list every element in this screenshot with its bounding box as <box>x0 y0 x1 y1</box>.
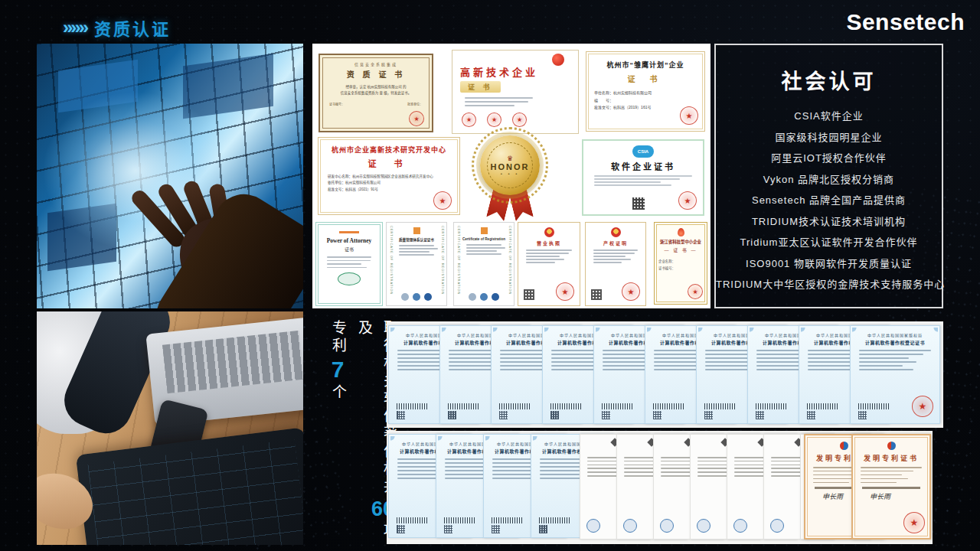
red-seal: ★ <box>462 112 476 127</box>
innovation-patents-group: INNOVA INNOVA INNOVA INNOVA INNO <box>580 434 837 540</box>
certificate-title: 高新技术企业 <box>460 64 570 79</box>
body-line: 经审查，认定 杭州实想科技有限公司 的 <box>346 85 407 89</box>
blue-stamp <box>586 519 600 533</box>
national-emblem-icon <box>544 227 554 237</box>
rnd-center-certificate: 杭州市企业高新技术研究开发中心 证 书 研发中心名称：杭州市实想科技智慧园区企业… <box>318 137 460 215</box>
invention-patent-certificate: 发明专利证书 申长雨 ★ <box>851 434 931 540</box>
side-text: CERTIFICATE OF REGISTRATION <box>388 226 394 302</box>
qr-code <box>524 289 534 300</box>
certificate-title: 杭州市企业高新技术研究开发中心 <box>328 145 450 155</box>
side-text: CERTIFICATE OF REGISTRATION <box>439 226 445 302</box>
high-tech-enterprise-certificate: 高新技术企业 证 书 ★ ★ ★ <box>452 50 579 134</box>
text-lines <box>523 249 575 263</box>
slide-background: »»» 资质认证 Sensetech <box>0 0 980 551</box>
body-line: 研发中心名称：杭州市实想科技智慧园区企业高新技术研究开发中心 <box>328 174 450 180</box>
green-stamp <box>338 272 361 285</box>
brand-logo: Sensetech <box>846 9 965 35</box>
recognition-item: CSIA软件企业 <box>716 106 942 127</box>
text-lines <box>460 244 508 255</box>
zhejiang-sme-certificate: 浙江省科技型中小企业 — 证 书 — 企业名称： 证书编号： ★ <box>654 222 707 305</box>
qr-code <box>858 411 867 419</box>
red-star-seal: ★ <box>680 106 698 125</box>
red-seal: ★ <box>487 112 501 127</box>
qr-code <box>602 411 610 419</box>
certificate-title: 浙江省科技型中小企业 <box>658 239 703 245</box>
barcode <box>602 403 634 409</box>
barcode <box>858 403 890 409</box>
qr-code <box>704 411 713 419</box>
barcode <box>550 403 583 409</box>
qr-code <box>632 197 645 210</box>
barcode <box>397 403 429 409</box>
body-line: 编 号： <box>594 97 697 105</box>
business-license: 营业执照 ★ <box>518 222 580 306</box>
certificates-panel: 信息安全系统集成 资 质 证 书 经审查，认定 杭州实想科技有限公司 的 信息安… <box>312 44 710 308</box>
crest-icon <box>413 227 420 234</box>
accreditation-logos <box>387 293 446 301</box>
certificate-title: Power of Attorney <box>322 237 376 244</box>
red-seal: ★ <box>556 282 574 301</box>
flame-logo-icon <box>678 228 684 236</box>
red-star-seal: ★ <box>688 284 703 299</box>
red-seal: ★ <box>409 111 424 126</box>
copyright-certificates-group: 中华人民共和国国家版权局 计算机软件著作权登记证书 ★ 中华人民共和国国家版权局… <box>388 434 578 538</box>
certificate-title: 资 质 证 书 <box>326 68 426 80</box>
patent-count: 7 <box>332 358 345 381</box>
crest-icon <box>481 227 488 234</box>
qr-code <box>807 411 815 419</box>
qr-code <box>550 411 559 419</box>
tablet-blueprint <box>87 439 303 545</box>
invention-patents-group: 发明专利证书 申长雨 ★ 发明专利证书 申长雨 ★ <box>804 434 931 540</box>
side-text: CERTIFICATE OF REGISTRATION <box>507 226 512 302</box>
text-lines <box>856 350 934 370</box>
certificate-subtitle: — 证 书 — <box>658 246 703 253</box>
qr-code <box>653 411 662 419</box>
barcode <box>397 517 429 523</box>
accreditation-logos <box>454 293 514 301</box>
blue-stamp <box>660 519 674 533</box>
software-copyright-certificate: 中华人民共和国国家版权局 计算机软件著作权登记证书 ★ <box>850 325 940 424</box>
vertical-caption-left: 专利7个 <box>331 320 345 548</box>
recognition-item: 阿里云IOT授权合作伙伴 <box>716 148 942 169</box>
crown-icon: ♛ <box>507 155 513 162</box>
page-title: »»» 资质认证 <box>63 15 171 40</box>
text-lines <box>322 256 376 268</box>
certificate-title: 营业执照 <box>523 240 575 246</box>
barcode <box>704 403 737 409</box>
certificate-body: 研发中心名称：杭州市实想科技智慧园区企业高新技术研究开发中心 依托单位：杭州实想… <box>328 174 450 193</box>
barcode <box>756 403 788 409</box>
medal-circle: ♛ HONOR • • • <box>480 135 540 195</box>
side-text: CERTIFICATE OF REGISTRATION <box>456 226 461 302</box>
property-certificate: 产权证明 ★ <box>585 222 646 306</box>
barcode <box>653 403 685 409</box>
red-ribbon-icon <box>552 54 564 66</box>
desk-workspace-photo <box>37 311 303 545</box>
text-lines <box>591 175 695 186</box>
caption-segment: 专利 <box>330 320 346 355</box>
medal-dots: • • • <box>501 171 520 176</box>
recognition-item: TRIDIUM大中华区授权的金牌技术支持服务中心 <box>716 274 942 295</box>
caption-segment: 个 <box>330 384 346 402</box>
signature: 申长雨 <box>870 491 923 501</box>
eagle-plan-certificate: 杭州市“雏鹰计划”企业 证 书 单位名称：杭州实想科技有限公司 编 号： 批准文… <box>586 51 705 132</box>
certificate-title: Certificate of Registration <box>460 237 508 241</box>
red-seal: ★ <box>912 396 933 417</box>
body-line: 单位名称：杭州实想科技有限公司 <box>594 90 697 97</box>
blue-stamp <box>733 519 747 533</box>
csia-badge-icon: CSIA <box>632 145 654 158</box>
barcode <box>539 517 571 523</box>
red-seal: ★ <box>622 282 640 301</box>
qr-code <box>756 411 764 419</box>
power-of-attorney-certificate: Power of Attorney 证书 <box>315 222 383 306</box>
text-lines <box>859 467 923 483</box>
social-recognition-panel: 社会认可 CSIA软件企业国家级科技园明星企业阿里云IOT授权合作伙伴Vykon… <box>714 44 943 308</box>
red-seal: ★ <box>512 112 527 127</box>
certificate-footer: 证书编号： 批准单位： <box>326 102 426 106</box>
recognition-item: Vykon 品牌北区授权分销商 <box>716 169 942 191</box>
qualification-certificate: 信息安全系统集成 资 质 证 书 经审查，认定 杭州实想科技有限公司 的 信息安… <box>318 54 433 132</box>
national-emblem-icon <box>611 227 621 237</box>
certificate-title: 质量管理体系认证证书 <box>393 237 440 242</box>
certificate-title: 发明专利证书 <box>859 453 923 463</box>
body-line: 批准文号：杭科高〔2021〕91号 <box>328 187 450 193</box>
certificate-subtitle: 证书 <box>322 246 376 253</box>
